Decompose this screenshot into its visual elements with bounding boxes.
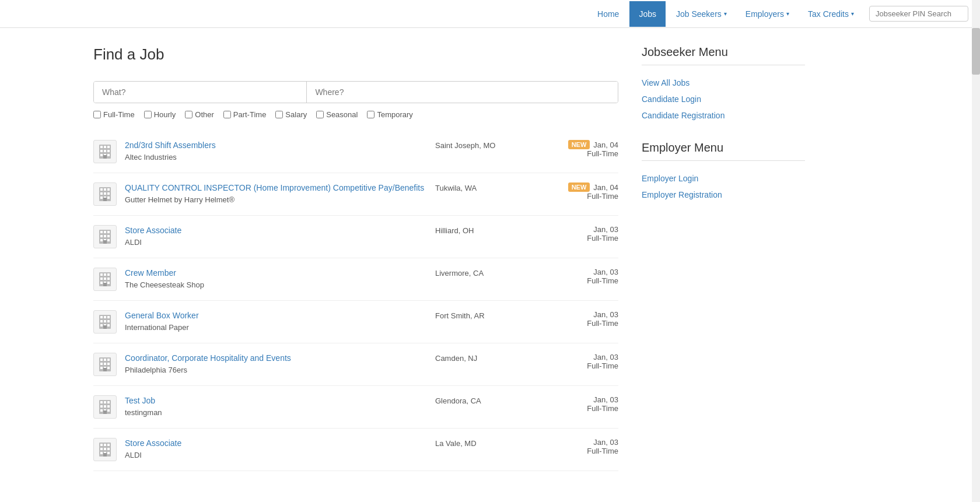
job-location: Fort Smith, AR — [435, 310, 540, 320]
svg-rect-76 — [103, 410, 107, 414]
job-title-link[interactable]: Crew Member — [125, 268, 427, 279]
job-list-item: Store AssociateALDILa Vale, MDJan, 03Ful… — [93, 429, 618, 471]
filter-other[interactable]: Other — [185, 110, 214, 119]
job-title-link[interactable]: General Box Worker — [125, 310, 427, 322]
checkbox-salary[interactable] — [275, 111, 283, 118]
svg-rect-1 — [100, 146, 103, 148]
svg-rect-60 — [104, 363, 106, 365]
job-company-name: International Paper — [125, 323, 427, 332]
job-details: Crew MemberThe Cheesesteak Shop — [125, 268, 427, 289]
job-details: Test Jobtestingman — [125, 395, 427, 417]
svg-rect-67 — [100, 401, 103, 403]
job-date: NEWJan, 04 — [548, 182, 618, 192]
sidebar-employer-registration[interactable]: Employer Registration — [642, 187, 805, 203]
svg-rect-82 — [104, 448, 106, 450]
svg-rect-15 — [100, 192, 103, 195]
job-company-name: testingman — [125, 408, 427, 417]
main-content: Find a Job Full-Time Hourly — [93, 45, 618, 471]
employer-menu-title: Employer Menu — [642, 141, 805, 161]
svg-rect-17 — [107, 192, 110, 195]
svg-rect-37 — [100, 278, 103, 280]
job-company-icon — [93, 310, 117, 334]
sidebar-candidate-registration[interactable]: Candidate Registration — [642, 107, 805, 124]
svg-rect-83 — [107, 448, 110, 450]
svg-rect-86 — [107, 452, 110, 454]
job-title-link[interactable]: Test Job — [125, 395, 427, 407]
nav-employers[interactable]: Employers ▾ — [737, 1, 797, 27]
sidebar-employer-login[interactable]: Employer Login — [642, 170, 805, 187]
svg-rect-31 — [107, 239, 110, 241]
job-title-link[interactable]: QUALITY CONTROL INSPECTOR (Home Improvem… — [125, 182, 427, 194]
svg-rect-39 — [107, 278, 110, 280]
checkbox-temporary[interactable] — [367, 111, 374, 118]
svg-rect-79 — [104, 444, 106, 446]
new-badge: NEW — [568, 182, 590, 192]
job-details: QUALITY CONTROL INSPECTOR (Home Improvem… — [125, 182, 427, 204]
filter-seasonal[interactable]: Seasonal — [316, 110, 358, 119]
filter-temporary[interactable]: Temporary — [367, 110, 412, 119]
checkbox-part-time[interactable] — [223, 111, 231, 118]
job-title-link[interactable]: Coordinator, Corporate Hospitality and E… — [125, 353, 427, 364]
checkbox-full-time[interactable] — [93, 111, 101, 118]
svg-rect-23 — [100, 231, 103, 233]
svg-rect-35 — [104, 273, 106, 276]
svg-rect-40 — [100, 282, 103, 284]
job-date: Jan, 03 — [548, 353, 618, 361]
job-date: Jan, 03 — [548, 438, 618, 447]
job-type: Full-Time — [548, 447, 618, 455]
pin-search-input[interactable] — [869, 6, 968, 22]
job-title-link[interactable]: 2nd/3rd Shift Assemblers — [125, 140, 427, 152]
job-date: Jan, 03 — [548, 268, 618, 276]
search-inputs-container — [93, 81, 618, 103]
job-company-name: Altec Industries — [125, 153, 427, 162]
scrollbar-track[interactable] — [972, 0, 980, 489]
filter-full-time[interactable]: Full-Time — [93, 110, 135, 119]
checkbox-other[interactable] — [185, 111, 192, 118]
svg-rect-43 — [103, 283, 107, 286]
checkbox-hourly[interactable] — [144, 111, 152, 118]
job-type: Full-Time — [548, 192, 618, 201]
svg-rect-61 — [107, 363, 110, 365]
job-title-link[interactable]: Store Associate — [125, 225, 427, 237]
svg-rect-78 — [100, 444, 103, 446]
svg-rect-3 — [107, 146, 110, 148]
job-location: Hilliard, OH — [435, 225, 540, 235]
scrollbar-thumb[interactable] — [972, 28, 980, 75]
svg-rect-54 — [103, 325, 107, 329]
job-company-icon — [93, 353, 117, 376]
where-input[interactable] — [307, 82, 618, 103]
main-nav: Home Jobs Job Seekers ▾ Employers ▾ Tax … — [0, 0, 980, 28]
sidebar-view-all-jobs[interactable]: View All Jobs — [642, 75, 805, 91]
svg-rect-16 — [104, 192, 106, 195]
nav-job-seekers[interactable]: Job Seekers ▾ — [668, 1, 735, 27]
svg-rect-87 — [103, 453, 107, 457]
job-meta: Jan, 03Full-Time — [548, 225, 618, 243]
job-date: Jan, 03 — [548, 225, 618, 234]
nav-jobs[interactable]: Jobs — [629, 1, 666, 27]
job-list-item: General Box WorkerInternational PaperFor… — [93, 301, 618, 343]
svg-rect-28 — [107, 235, 110, 237]
nav-tax-credits[interactable]: Tax Credits ▾ — [800, 1, 862, 27]
job-location: Glendora, CA — [435, 395, 540, 405]
job-title-link[interactable]: Store Associate — [125, 438, 427, 450]
svg-rect-71 — [104, 405, 106, 408]
filter-salary[interactable]: Salary — [275, 110, 307, 119]
filter-part-time[interactable]: Part-Time — [223, 110, 267, 119]
tax-credits-dropdown-icon: ▾ — [851, 10, 854, 17]
filter-hourly[interactable]: Hourly — [144, 110, 176, 119]
nav-home[interactable]: Home — [589, 1, 627, 27]
jobseeker-menu-title: Jobseeker Menu — [642, 45, 805, 65]
checkbox-seasonal[interactable] — [316, 111, 324, 118]
job-company-icon — [93, 395, 117, 419]
svg-rect-70 — [100, 405, 103, 408]
job-company-name: Philadelphia 76ers — [125, 366, 427, 374]
job-location: Tukwila, WA — [435, 182, 540, 192]
jobseeker-menu-section: Jobseeker Menu View All Jobs Candidate L… — [642, 45, 805, 124]
job-company-icon — [93, 268, 117, 291]
sidebar-candidate-login[interactable]: Candidate Login — [642, 91, 805, 107]
what-input[interactable] — [94, 82, 307, 103]
svg-rect-64 — [107, 367, 110, 369]
job-company-name: Gutter Helmet by Harry Helmet® — [125, 195, 427, 204]
job-details: Store AssociateALDI — [125, 438, 427, 459]
svg-rect-4 — [100, 150, 103, 152]
